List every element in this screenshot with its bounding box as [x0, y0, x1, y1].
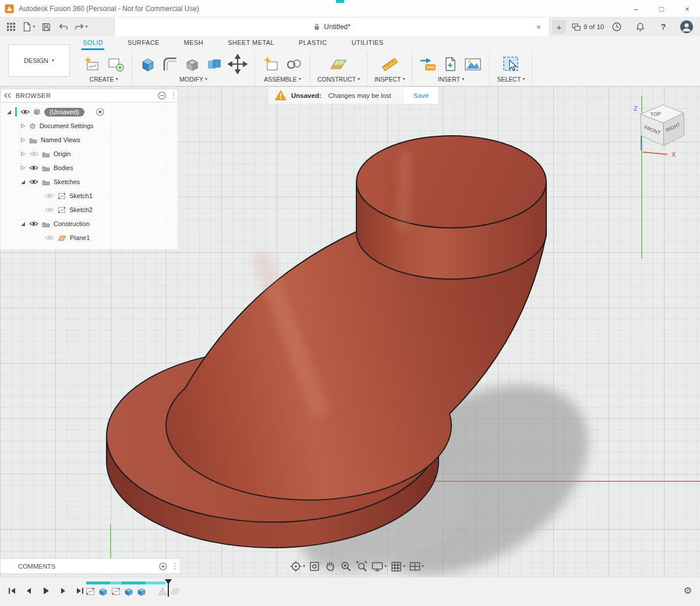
fillet-button[interactable] [161, 55, 179, 73]
create-menu[interactable]: CREATE ▾ [90, 76, 118, 83]
browser-item-sketches[interactable]: Sketches [1, 175, 178, 189]
combine-button[interactable] [206, 55, 223, 73]
collapsed-arrow-icon[interactable] [20, 123, 26, 129]
browser-item-document-settings[interactable]: ⚙ Document Settings [1, 119, 178, 133]
cylinder-top-face[interactable] [356, 136, 546, 228]
collapse-all-icon[interactable] [158, 91, 166, 100]
file-menu-button[interactable]: ▾ [21, 19, 36, 34]
collapsed-arrow-icon[interactable] [20, 151, 26, 157]
browser-item-origin[interactable]: Origin [1, 147, 178, 161]
visibility-eye-icon[interactable] [29, 220, 38, 227]
activate-radio-icon[interactable] [96, 108, 104, 116]
app-grid-button[interactable] [3, 19, 19, 34]
close-button[interactable]: × [674, 0, 700, 17]
visibility-eye-icon[interactable] [29, 178, 38, 185]
browser-item-named-views[interactable]: Named Views [1, 133, 178, 147]
expanded-arrow-icon[interactable] [6, 110, 12, 115]
document-tab-close-button[interactable]: × [534, 22, 543, 31]
collapsed-arrow-icon[interactable] [20, 137, 26, 143]
maximize-button[interactable]: □ [649, 0, 674, 17]
browser-item-construction[interactable]: Construction [1, 217, 178, 231]
timeline-feature-extrude[interactable] [136, 586, 146, 596]
go-to-start-button[interactable] [6, 584, 19, 597]
new-document-tab-button[interactable]: + [552, 20, 566, 34]
display-settings-button[interactable]: ▾ [370, 559, 387, 573]
browser-item-sketch2[interactable]: Sketch2 [1, 203, 178, 217]
timeline-progress-bar[interactable] [86, 582, 165, 584]
timeline-position-marker[interactable] [165, 579, 172, 597]
user-avatar[interactable] [679, 19, 694, 34]
redo-button[interactable]: ▾ [73, 19, 89, 34]
select-menu[interactable]: SELECT ▾ [497, 76, 525, 83]
browser-item-sketch1[interactable]: Sketch1 [1, 189, 178, 203]
undo-button[interactable] [56, 19, 71, 34]
document-tab[interactable]: Untitled* × [114, 17, 550, 36]
step-forward-button[interactable] [56, 584, 69, 597]
press-pull-button[interactable] [139, 55, 157, 73]
timeline-feature-extrude[interactable] [98, 586, 108, 596]
browser-item-document-root[interactable]: (Unsaved) [1, 105, 178, 119]
zoom-window-button[interactable] [355, 559, 369, 573]
tab-surface[interactable]: SURFACE [126, 36, 161, 50]
comments-panel[interactable]: COMMENTS [0, 558, 181, 574]
shell-button[interactable] [183, 55, 201, 73]
workspace-switcher[interactable]: DESIGN ▾ [8, 44, 70, 77]
timeline-feature-sketch[interactable] [111, 586, 121, 596]
look-at-button[interactable] [307, 559, 321, 573]
pan-button[interactable] [323, 559, 337, 573]
viewports-button[interactable]: ▾ [408, 559, 425, 573]
construct-menu[interactable]: CONSTRUCT ▾ [317, 76, 360, 83]
minimize-button[interactable]: – [623, 0, 649, 17]
visibility-eye-off-icon[interactable] [45, 234, 54, 241]
help-button[interactable]: ? [656, 19, 671, 34]
visibility-eye-icon[interactable] [29, 164, 38, 171]
visibility-eye-off-icon[interactable] [45, 206, 54, 213]
save-button[interactable]: Save [404, 87, 438, 104]
tab-plastic[interactable]: PLASTIC [298, 36, 328, 50]
save-file-button[interactable] [38, 19, 54, 34]
go-to-end-button[interactable] [73, 584, 86, 597]
visibility-eye-off-icon[interactable] [29, 150, 38, 157]
notifications-button[interactable] [632, 19, 648, 34]
browser-item-bodies[interactable]: Bodies [1, 161, 178, 175]
tab-mesh[interactable]: MESH [183, 36, 204, 50]
visibility-eye-icon[interactable] [20, 108, 30, 115]
move-copy-button[interactable] [228, 54, 248, 74]
measure-button[interactable] [380, 55, 399, 73]
insert-derive-button[interactable] [441, 55, 459, 73]
panel-drag-handle[interactable] [174, 563, 175, 569]
insert-svg-button[interactable] [419, 55, 437, 73]
viewport-canvas[interactable]: Unsaved: Changes may be lost Save Z TOP … [0, 86, 700, 577]
expand-comments-icon[interactable] [159, 562, 167, 570]
orbit-button[interactable]: ▾ [289, 559, 306, 573]
canvas-button[interactable] [464, 55, 482, 73]
tab-sheet-metal[interactable]: SHEET METAL [227, 36, 275, 50]
expanded-arrow-icon[interactable] [20, 179, 26, 185]
collapse-panel-icon[interactable] [4, 93, 11, 98]
create-sketch-button[interactable] [83, 55, 101, 73]
timeline-feature-sketch[interactable] [85, 586, 95, 596]
visibility-eye-off-icon[interactable] [45, 192, 54, 199]
construct-plane-button[interactable] [328, 55, 348, 73]
joint-button[interactable] [285, 55, 303, 73]
tab-solid[interactable]: SOLID [82, 36, 104, 50]
timeline-settings-button[interactable]: ⚙ [684, 585, 692, 596]
timeline-feature-extrude[interactable] [123, 586, 133, 596]
play-button[interactable] [40, 584, 52, 597]
job-status-button[interactable] [609, 19, 624, 34]
inspect-menu[interactable]: INSPECT ▾ [374, 76, 405, 83]
panel-drag-handle[interactable] [173, 93, 174, 98]
select-button[interactable] [501, 55, 520, 73]
zoom-button[interactable] [339, 559, 353, 573]
insert-menu[interactable]: INSERT ▾ [438, 76, 464, 83]
step-back-button[interactable] [23, 584, 36, 597]
assemble-menu[interactable]: ASSEMBLE ▾ [264, 76, 301, 83]
view-cube[interactable]: Z TOP FRONT RIGHT X [617, 96, 699, 160]
tab-counter[interactable]: 9 of 10 [572, 17, 604, 36]
modify-menu[interactable]: MODIFY ▾ [179, 76, 207, 83]
new-component-button[interactable] [262, 55, 281, 73]
collapsed-arrow-icon[interactable] [20, 165, 26, 171]
grid-snap-button[interactable]: ▾ [389, 559, 406, 573]
create-form-button[interactable] [106, 55, 125, 73]
browser-item-plane1[interactable]: Plane1 [1, 231, 178, 245]
